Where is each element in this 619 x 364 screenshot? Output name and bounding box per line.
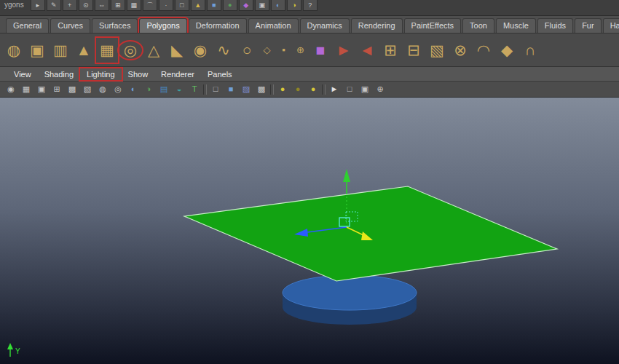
film-gate-icon[interactable]: ▣ — [35, 84, 48, 95]
panel-menu-panels[interactable]: Panels — [201, 68, 239, 80]
isolate-add-icon[interactable]: ▣ — [358, 84, 371, 95]
poly-pyramid-icon[interactable]: ◣ — [166, 38, 188, 63]
mirror-geometry-icon[interactable]: ⊕ — [293, 40, 308, 60]
shelf-tab-dynamics[interactable]: Dynamics — [300, 18, 350, 33]
poly-helix-icon[interactable]: ∿ — [213, 38, 234, 63]
textured-mode-icon[interactable]: ▨ — [240, 84, 253, 95]
toolbar-separator — [322, 84, 326, 95]
bevel-icon[interactable]: ◆ — [496, 38, 518, 63]
poly-sphere-icon[interactable]: ◍ — [3, 38, 25, 63]
move-tool-icon[interactable]: ⊙ — [79, 0, 93, 11]
separate-icon[interactable]: ⊟ — [403, 38, 425, 63]
panel-menu-view[interactable]: View — [7, 68, 38, 80]
toolbar-separator — [270, 84, 274, 95]
panel-toolbar: ◉▦▣⊞▩▧◍◎◐◑▤◒T□■▨▩●●●►□▣⊕ — [0, 82, 619, 98]
paint-select-icon[interactable]: + — [63, 0, 77, 11]
poly-torus-icon[interactable]: ◎ — [119, 38, 141, 63]
shelf-tab-fluids[interactable]: Fluids — [537, 18, 573, 33]
poly-cone-icon[interactable]: ▲ — [73, 38, 95, 63]
select-cursor-icon[interactable]: ► — [328, 84, 341, 95]
lasso-tool-icon[interactable]: ✎ — [47, 0, 61, 11]
paint-effects-icon[interactable]: ◐ — [271, 0, 285, 11]
bridge-icon[interactable]: ∩ — [519, 38, 541, 63]
shelf-tab-muscle[interactable]: Muscle — [496, 18, 536, 33]
panel-menu-shading[interactable]: Shading — [38, 68, 80, 80]
ipr-render-icon[interactable]: ◆ — [239, 0, 253, 11]
isolate-view-icon[interactable]: □ — [343, 84, 356, 95]
poly-plane-object[interactable] — [184, 186, 557, 281]
snap-point-icon[interactable]: ∙ — [159, 0, 173, 11]
menu-set-selector[interactable]: ygons — [3, 0, 28, 10]
panel-menu-show[interactable]: Show — [122, 68, 155, 80]
safe-action-icon[interactable]: ◍ — [96, 84, 109, 95]
poly-pipe-icon[interactable]: ◉ — [189, 38, 211, 63]
sculpt-geometry-icon[interactable]: ▪ — [276, 40, 291, 60]
help-icon[interactable]: ? — [303, 0, 318, 11]
poly-plane-icon[interactable]: ▦ — [96, 38, 118, 63]
snap-grid-icon[interactable]: ▦ — [127, 0, 141, 11]
append-polygon-icon[interactable]: ◄ — [356, 38, 378, 63]
texture-cube-icon[interactable]: ■ — [310, 38, 331, 63]
poly-cylinder-icon[interactable]: ▥ — [50, 38, 71, 63]
axis-y-label: Y — [15, 347, 20, 355]
poly-soccer-ball-icon[interactable]: ○ — [236, 38, 258, 63]
shelf-tab-rendering[interactable]: Rendering — [351, 18, 403, 33]
hud-icon[interactable]: T — [188, 84, 201, 95]
render-view-icon[interactable]: ■ — [207, 0, 221, 11]
shelf-tab-toon[interactable]: Toon — [462, 18, 494, 33]
render-settings-icon[interactable]: ▣ — [255, 0, 269, 11]
maya-window: ygons ▸✎+⊙⇔⊞▦⌒∙□▲■●◆▣◐◑? GeneralCurvesSu… — [0, 0, 619, 364]
safe-title-icon[interactable]: ◎ — [111, 84, 125, 95]
scale-tool-icon[interactable]: ⊞ — [111, 0, 125, 11]
select-faces-icon[interactable]: ► — [333, 38, 355, 63]
bookmarks-icon[interactable]: ◑ — [142, 84, 155, 95]
combine-icon[interactable]: ⊞ — [379, 38, 401, 63]
wireframe-mode-icon[interactable]: □ — [209, 84, 222, 95]
y-axis-arrowhead[interactable] — [343, 169, 350, 182]
shelf-tab-polygons[interactable]: Polygons — [139, 18, 186, 33]
shaded-mode-icon[interactable]: ■ — [224, 84, 237, 95]
status-toolbar: ygons ▸✎+⊙⇔⊞▦⌒∙□▲■●◆▣◐◑? — [0, 0, 619, 16]
shelf-tab-deformation[interactable]: Deformation — [189, 18, 247, 33]
gate-mask-icon[interactable]: ▩ — [66, 84, 79, 95]
view-axis-indicator: Y — [7, 343, 20, 357]
poly-cube-icon[interactable]: ▣ — [26, 38, 48, 63]
shelf-tab-painteffects[interactable]: PaintEffects — [404, 18, 462, 33]
construction-history-icon[interactable]: ▲ — [191, 0, 205, 11]
select-camera-icon[interactable]: ◉ — [4, 84, 17, 95]
axis-y-arrowhead — [7, 343, 13, 349]
shelf-tab-animation[interactable]: Animation — [248, 18, 299, 33]
shelf-tab-curves[interactable]: Curves — [50, 18, 90, 33]
lighting-default-icon[interactable]: ● — [291, 84, 304, 95]
smooth-icon[interactable]: ◠ — [473, 38, 494, 63]
panel-menu-lighting[interactable]: Lighting — [80, 68, 122, 80]
grid-toggle-icon[interactable]: ▦ — [20, 84, 33, 95]
panel-menu-renderer[interactable]: Renderer — [154, 68, 201, 80]
share-view-icon[interactable]: ⊕ — [374, 84, 387, 95]
perspective-viewport[interactable]: Y — [0, 98, 619, 364]
shelf-tab-hair[interactable]: Hair — [603, 18, 619, 33]
cylinder-top[interactable] — [283, 275, 417, 310]
render-current-icon[interactable]: ● — [223, 0, 237, 11]
rotate-tool-icon[interactable]: ⇔ — [95, 0, 109, 11]
checker-mode-icon[interactable]: ▩ — [255, 84, 268, 95]
field-chart-icon[interactable]: ▧ — [81, 84, 94, 95]
lighting-all-icon[interactable]: ● — [276, 84, 289, 95]
shelf-tab-surfaces[interactable]: Surfaces — [92, 18, 138, 33]
shelf-tab-general[interactable]: General — [6, 18, 49, 33]
pan-zoom-icon[interactable]: ◒ — [173, 84, 186, 95]
poly-prism-icon[interactable]: △ — [143, 38, 165, 63]
select-tool-icon[interactable]: ▸ — [31, 0, 45, 11]
lighting-selected-icon[interactable]: ● — [307, 84, 320, 95]
booleans-icon[interactable]: ⊗ — [449, 38, 471, 63]
poly-platonic-icon[interactable]: ◇ — [259, 40, 275, 60]
hypershade-icon[interactable]: ◑ — [287, 0, 301, 11]
cylinder-object[interactable] — [283, 275, 417, 325]
snap-curve-icon[interactable]: ⌒ — [143, 0, 157, 11]
extract-icon[interactable]: ▧ — [426, 38, 448, 63]
image-plane-icon[interactable]: ▤ — [157, 84, 170, 95]
resolution-gate-icon[interactable]: ⊞ — [50, 84, 63, 95]
camera-attributes-icon[interactable]: ◐ — [127, 84, 140, 95]
shelf-tab-fur[interactable]: Fur — [575, 18, 602, 33]
snap-plane-icon[interactable]: □ — [175, 0, 189, 11]
